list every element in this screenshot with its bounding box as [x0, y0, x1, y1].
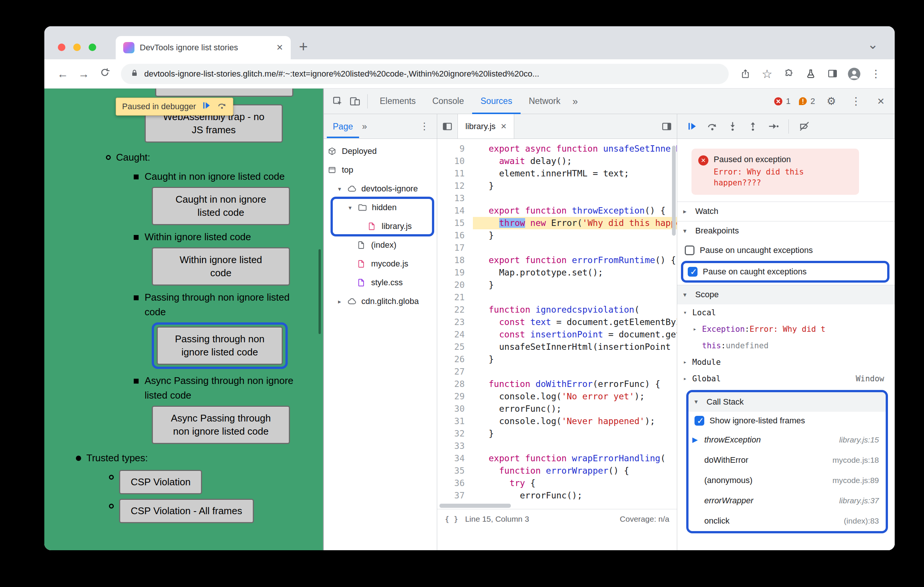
extensions-puzzle-icon[interactable]: [780, 69, 798, 79]
error-count: 1: [786, 97, 791, 106]
chevron-right-icon[interactable]: ▸: [683, 358, 692, 365]
watch-section-header[interactable]: Watch: [677, 202, 895, 221]
tab-page[interactable]: Page: [327, 115, 359, 138]
page-button[interactable]: Async Passing through non ignore listed …: [152, 406, 290, 444]
breakpoint-item[interactable]: Pause on uncaught exceptions: [677, 240, 895, 260]
page-button[interactable]: Caught in non ignore listed code: [152, 187, 290, 225]
chevron-down-icon[interactable]: ▾: [338, 186, 347, 192]
sidebar-panel-toggle-icon[interactable]: [657, 114, 677, 138]
close-icon[interactable]: [58, 44, 65, 51]
tab-elements[interactable]: Elements: [371, 89, 424, 114]
call-stack-frame[interactable]: (anonymous)mycode.js:89: [688, 470, 886, 490]
browser-tab[interactable]: DevTools ignore list stories: [116, 36, 291, 59]
page-button[interactable]: CSP Violation: [119, 470, 202, 494]
step-icon[interactable]: [764, 120, 782, 132]
horizontal-scrollbar[interactable]: [437, 503, 677, 509]
call-stack-frame[interactable]: onclick(index):83: [688, 511, 886, 531]
line-number: 37: [437, 489, 473, 502]
tree-row[interactable]: mycode.js: [324, 255, 437, 273]
tab-sources[interactable]: Sources: [472, 89, 520, 114]
inspect-icon[interactable]: [329, 96, 346, 107]
scope-section-header[interactable]: Scope: [677, 285, 895, 304]
page-button[interactable]: Within ignore listed code: [152, 247, 290, 286]
list-item: Passing through non ignore listed code: [152, 322, 323, 369]
tree-row[interactable]: Deployed: [324, 142, 437, 161]
more-nav-tabs-icon[interactable]: [359, 121, 370, 132]
partial-button[interactable]: [155, 89, 293, 97]
lock-icon[interactable]: [130, 69, 139, 79]
tab-console[interactable]: Console: [424, 89, 472, 114]
show-ignore-listed-frames-toggle[interactable]: Show ignore-listed frames: [688, 412, 886, 430]
chevron-right-icon[interactable]: ▸: [338, 298, 347, 305]
scope-row[interactable]: ▸GlobalWindow: [677, 370, 895, 387]
address-bar[interactable]: devtools-ignore-list-stories.glitch.me/#…: [121, 64, 729, 84]
tree-row[interactable]: ▾devtools-ignore: [324, 179, 437, 198]
chevron-right-icon[interactable]: ▸: [683, 375, 692, 382]
tab-close-icon[interactable]: [276, 43, 283, 53]
scope-row[interactable]: ▸Exception: Error: Why did t: [677, 321, 895, 337]
resume-icon[interactable]: [202, 101, 211, 112]
tab-network[interactable]: Network: [521, 89, 569, 114]
deactivate-breakpoints-icon[interactable]: [795, 120, 813, 132]
side-panel-icon[interactable]: [823, 68, 842, 79]
chevron-down-icon[interactable]: ▾: [348, 204, 358, 211]
checkbox-checked[interactable]: [695, 416, 704, 426]
new-tab-button[interactable]: [299, 38, 308, 55]
code-line: 14export function throwException() {: [437, 205, 677, 217]
call-stack-frame[interactable]: doWithErrormycode.js:18: [688, 450, 886, 470]
bookmark-star-icon[interactable]: [758, 67, 776, 81]
editor-tab-library-js[interactable]: library.js: [457, 114, 514, 138]
device-toolbar-icon[interactable]: [346, 96, 364, 107]
navigator-panel-toggle-icon[interactable]: [437, 114, 457, 138]
scope-row[interactable]: ▾Local: [677, 304, 895, 321]
avatar[interactable]: [845, 67, 863, 81]
close-icon[interactable]: [872, 94, 889, 108]
step-out-icon[interactable]: [744, 120, 761, 132]
share-icon[interactable]: [736, 69, 754, 79]
call-stack-section-header[interactable]: Call Stack: [688, 392, 886, 412]
devtools-kebab-icon[interactable]: [847, 95, 865, 107]
call-stack-frame[interactable]: errorWrapperlibrary.js:37: [688, 490, 886, 511]
checkbox-checked[interactable]: [688, 267, 698, 276]
reload-icon[interactable]: [96, 67, 114, 80]
back-icon[interactable]: [54, 67, 71, 80]
checkbox-unchecked[interactable]: [685, 245, 695, 255]
step-over-icon[interactable]: [217, 100, 227, 113]
tree-row[interactable]: library.js: [324, 217, 437, 236]
tree-row[interactable]: ▸cdn.glitch.globa: [324, 292, 437, 311]
extension-flask-icon[interactable]: [802, 69, 820, 79]
minimize-icon[interactable]: [73, 44, 81, 51]
error-badge[interactable]: 1: [773, 97, 791, 106]
list-item: Within ignore listed code: [152, 247, 323, 286]
gear-icon[interactable]: [823, 95, 840, 107]
resume-icon[interactable]: [683, 120, 701, 132]
step-into-icon[interactable]: [724, 120, 741, 132]
breakpoints-section-header[interactable]: Breakpoints: [677, 221, 895, 240]
scrollbar-thumb[interactable]: [439, 504, 511, 508]
tree-row[interactable]: (index): [324, 236, 437, 255]
breakpoint-item[interactable]: Pause on caught exceptions: [683, 263, 887, 280]
step-over-icon[interactable]: [703, 120, 721, 132]
page-scrollbar[interactable]: [318, 249, 321, 334]
navigator-kebab-icon[interactable]: [415, 120, 434, 132]
editor-tab-close-icon[interactable]: [501, 120, 507, 132]
tree-row[interactable]: style.css: [324, 273, 437, 292]
page-button[interactable]: Passing through non ignore listed code: [157, 327, 283, 365]
scope-row[interactable]: ▸Module: [677, 354, 895, 370]
zoom-icon[interactable]: [89, 44, 96, 51]
tab-search-chevron-icon[interactable]: [868, 37, 879, 52]
scope-row[interactable]: this: undefined: [677, 337, 895, 354]
call-stack-frame[interactable]: ▶throwExceptionlibrary.js:15: [688, 430, 886, 450]
page-button[interactable]: CSP Violation - All frames: [119, 499, 254, 523]
tree-row[interactable]: ▾hidden: [324, 198, 437, 217]
chevron-right-icon[interactable]: ▸: [693, 326, 702, 332]
issues-badge[interactable]: 2: [798, 97, 815, 106]
tree-row[interactable]: top: [324, 161, 437, 179]
pretty-print-icon[interactable]: [445, 515, 458, 524]
browser-menu-kebab-icon[interactable]: [867, 67, 885, 80]
chevron-down-icon[interactable]: ▾: [683, 309, 692, 316]
vertical-scrollbar[interactable]: [672, 146, 676, 236]
code-lines[interactable]: 9export async function unsafeSetInnerHtm…: [437, 139, 677, 503]
forward-icon[interactable]: [75, 67, 92, 80]
more-panels-icon[interactable]: [569, 89, 581, 114]
